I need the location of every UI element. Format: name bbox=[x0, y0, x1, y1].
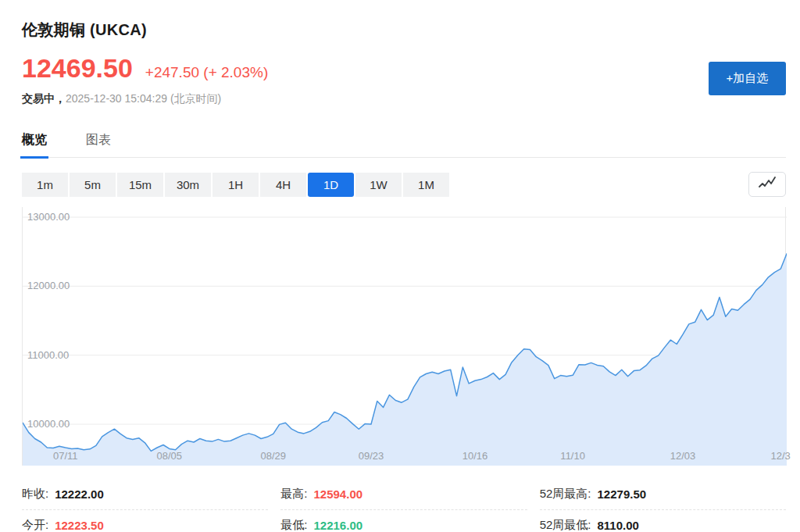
range-1D[interactable]: 1D bbox=[308, 173, 354, 197]
stat-cell: 最高:12594.00 bbox=[280, 479, 527, 510]
stat-value: 12594.00 bbox=[314, 487, 363, 501]
stat-label: 最高: bbox=[280, 487, 307, 502]
stat-value: 12279.50 bbox=[598, 487, 647, 501]
range-1m[interactable]: 1m bbox=[22, 173, 68, 197]
range-1H[interactable]: 1H bbox=[212, 173, 259, 197]
stat-cell: 52周最低:8110.00 bbox=[540, 510, 786, 532]
page-title: 伦敦期铜 (UKCA) bbox=[22, 20, 800, 41]
quote-timestamp: 2025-12-30 15:04:29 (北京时间) bbox=[66, 92, 221, 105]
stat-cell: 最低:12216.00 bbox=[280, 510, 527, 532]
stat-value: 12216.00 bbox=[314, 519, 363, 532]
range-1M[interactable]: 1M bbox=[403, 173, 449, 197]
tabs: 概览图表 bbox=[22, 132, 786, 158]
stat-value: 12223.50 bbox=[55, 519, 104, 532]
range-15m[interactable]: 15m bbox=[117, 173, 163, 197]
range-5m[interactable]: 5m bbox=[70, 173, 116, 197]
stat-label: 昨收: bbox=[22, 487, 48, 502]
stat-cell: 52周最高:12279.50 bbox=[540, 479, 786, 510]
range-buttons: 1m5m15m30m1H4H1D1W1M bbox=[22, 173, 449, 197]
stat-cell: 昨收:12222.00 bbox=[22, 479, 268, 510]
price-chart bbox=[23, 207, 787, 466]
trading-status: 交易中， bbox=[22, 92, 66, 105]
stat-value: 12222.00 bbox=[55, 487, 104, 501]
range-4H[interactable]: 4H bbox=[260, 173, 306, 197]
range-toolbar: 1m5m15m30m1H4H1D1W1M bbox=[22, 172, 786, 197]
quote-page: 伦敦期铜 (UKCA) +加自选 12469.50 +247.50 (+ 2.0… bbox=[0, 20, 800, 532]
line-chart-icon bbox=[759, 177, 776, 192]
stat-label: 最低: bbox=[280, 518, 307, 532]
current-price: 12469.50 bbox=[22, 53, 133, 84]
tab-chart[interactable]: 图表 bbox=[86, 132, 111, 157]
range-30m[interactable]: 30m bbox=[165, 173, 211, 197]
stat-value: 8110.00 bbox=[598, 519, 639, 532]
stat-label: 今开: bbox=[22, 518, 48, 532]
stat-label: 52周最低: bbox=[540, 518, 591, 532]
price-change: +247.50 (+ 2.03%) bbox=[145, 64, 268, 81]
price-row: 12469.50 +247.50 (+ 2.03%) bbox=[22, 53, 800, 84]
tab-overview[interactable]: 概览 bbox=[22, 132, 47, 157]
add-watchlist-button[interactable]: +加自选 bbox=[709, 62, 786, 95]
status-row: 交易中，2025-12-30 15:04:29 (北京时间) bbox=[22, 92, 800, 106]
stat-label: 52周最高: bbox=[540, 487, 591, 502]
chart-type-button[interactable] bbox=[748, 172, 786, 197]
range-1W[interactable]: 1W bbox=[355, 173, 402, 197]
stat-cell: 今开:12223.50 bbox=[22, 510, 268, 532]
stats-grid: 昨收:12222.00最高:12594.0052周最高:12279.50今开:1… bbox=[22, 479, 786, 532]
chart-area[interactable]: 13000.0012000.0011000.0010000.0007/1108/… bbox=[22, 207, 786, 466]
